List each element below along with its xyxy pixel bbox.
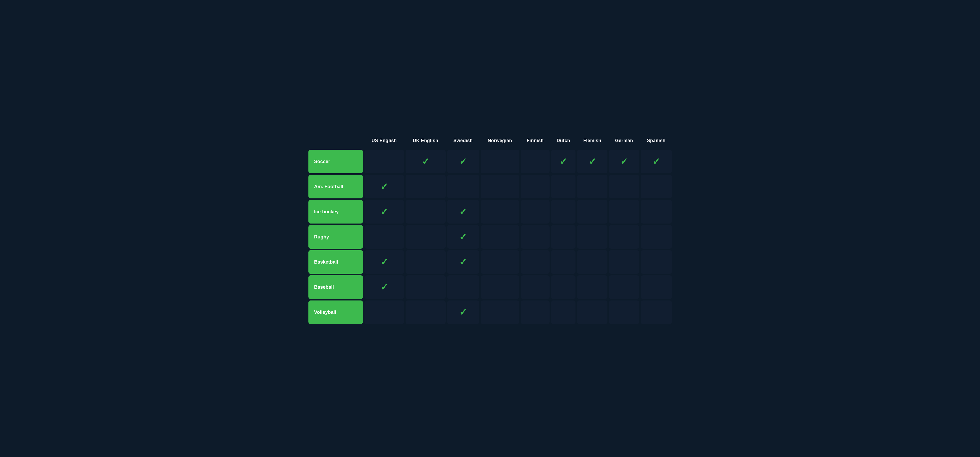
- check-cell: [447, 175, 479, 198]
- check-icon: ✓: [380, 257, 388, 267]
- check-cell: [551, 275, 576, 299]
- check-cell: ✓: [406, 150, 445, 173]
- sport-label: Volleyball: [309, 300, 363, 324]
- sport-label: Baseball: [309, 275, 363, 299]
- check-cell: [577, 300, 608, 324]
- check-cell: [609, 225, 639, 249]
- check-cell: [481, 300, 519, 324]
- check-cell: [481, 275, 519, 299]
- check-cell: [481, 225, 519, 249]
- check-cell: [406, 225, 445, 249]
- check-icon: ✓: [620, 157, 628, 166]
- check-cell: ✓: [447, 150, 479, 173]
- check-cell: ✓: [447, 300, 479, 324]
- check-cell: [406, 175, 445, 198]
- check-cell: [577, 250, 608, 274]
- check-cell: [364, 300, 404, 324]
- table-row: Ice hockey✓✓: [309, 200, 672, 224]
- check-cell: [521, 250, 550, 274]
- check-cell: [609, 275, 639, 299]
- check-icon: ✓: [589, 157, 596, 166]
- check-cell: [577, 225, 608, 249]
- column-header-german: German: [609, 133, 639, 148]
- sport-label: Am. Football: [309, 175, 363, 198]
- check-cell: ✓: [364, 275, 404, 299]
- sports-language-table: US EnglishUK EnglishSwedishNorwegianFinn…: [307, 132, 673, 325]
- check-icon: ✓: [422, 157, 430, 166]
- check-cell: [364, 225, 404, 249]
- check-cell: ✓: [447, 250, 479, 274]
- table-row: Basketball✓✓: [309, 250, 672, 274]
- check-icon: ✓: [459, 232, 467, 241]
- check-cell: [641, 300, 671, 324]
- check-cell: ✓: [364, 250, 404, 274]
- check-cell: [406, 250, 445, 274]
- check-cell: [406, 300, 445, 324]
- header-row: US EnglishUK EnglishSwedishNorwegianFinn…: [309, 133, 672, 148]
- check-icon: ✓: [459, 308, 467, 317]
- sport-label: Ice hockey: [309, 200, 363, 224]
- column-header-uk-english: UK English: [406, 133, 445, 148]
- main-container: US EnglishUK EnglishSwedishNorwegianFinn…: [307, 132, 673, 325]
- check-cell: [481, 175, 519, 198]
- check-cell: [481, 150, 519, 173]
- check-cell: [521, 225, 550, 249]
- table-row: Am. Football✓: [309, 175, 672, 198]
- check-cell: ✓: [364, 175, 404, 198]
- check-cell: [551, 300, 576, 324]
- check-icon: ✓: [459, 157, 467, 166]
- column-header-norwegian: Norwegian: [481, 133, 519, 148]
- check-icon: ✓: [380, 207, 388, 216]
- check-cell: [609, 175, 639, 198]
- check-cell: [577, 275, 608, 299]
- check-cell: [364, 150, 404, 173]
- table-row: Baseball✓: [309, 275, 672, 299]
- check-cell: [551, 225, 576, 249]
- check-cell: [551, 200, 576, 224]
- check-cell: [577, 175, 608, 198]
- table-row: Rugby✓: [309, 225, 672, 249]
- check-cell: [609, 200, 639, 224]
- table-header: US EnglishUK EnglishSwedishNorwegianFinn…: [309, 133, 672, 148]
- check-cell: ✓: [447, 225, 479, 249]
- check-cell: ✓: [609, 150, 639, 173]
- check-cell: [641, 225, 671, 249]
- check-cell: [521, 150, 550, 173]
- sport-column-header: [309, 133, 363, 148]
- check-cell: ✓: [577, 150, 608, 173]
- check-cell: [641, 250, 671, 274]
- check-cell: [551, 250, 576, 274]
- table-body: Soccer✓✓✓✓✓✓Am. Football✓Ice hockey✓✓Rug…: [309, 150, 672, 324]
- check-cell: [641, 175, 671, 198]
- column-header-spanish: Spanish: [641, 133, 671, 148]
- table-row: Soccer✓✓✓✓✓✓: [309, 150, 672, 173]
- check-cell: [609, 250, 639, 274]
- check-cell: [481, 250, 519, 274]
- check-cell: ✓: [641, 150, 671, 173]
- check-cell: [406, 200, 445, 224]
- check-cell: ✓: [551, 150, 576, 173]
- check-icon: ✓: [459, 207, 467, 216]
- check-icon: ✓: [380, 282, 388, 292]
- check-icon: ✓: [459, 257, 467, 267]
- check-cell: [577, 200, 608, 224]
- check-cell: [641, 275, 671, 299]
- check-cell: [521, 200, 550, 224]
- column-header-us-english: US English: [364, 133, 404, 148]
- column-header-swedish: Swedish: [447, 133, 479, 148]
- check-cell: [521, 300, 550, 324]
- check-cell: [406, 275, 445, 299]
- check-cell: [521, 175, 550, 198]
- sport-label: Basketball: [309, 250, 363, 274]
- check-cell: [481, 200, 519, 224]
- column-header-dutch: Dutch: [551, 133, 576, 148]
- check-cell: [609, 300, 639, 324]
- check-icon: ✓: [652, 157, 660, 166]
- column-header-flemish: Flemish: [577, 133, 608, 148]
- check-cell: [447, 275, 479, 299]
- check-cell: [521, 275, 550, 299]
- check-icon: ✓: [560, 157, 567, 166]
- sport-label: Rugby: [309, 225, 363, 249]
- column-header-finnish: Finnish: [521, 133, 550, 148]
- check-cell: ✓: [447, 200, 479, 224]
